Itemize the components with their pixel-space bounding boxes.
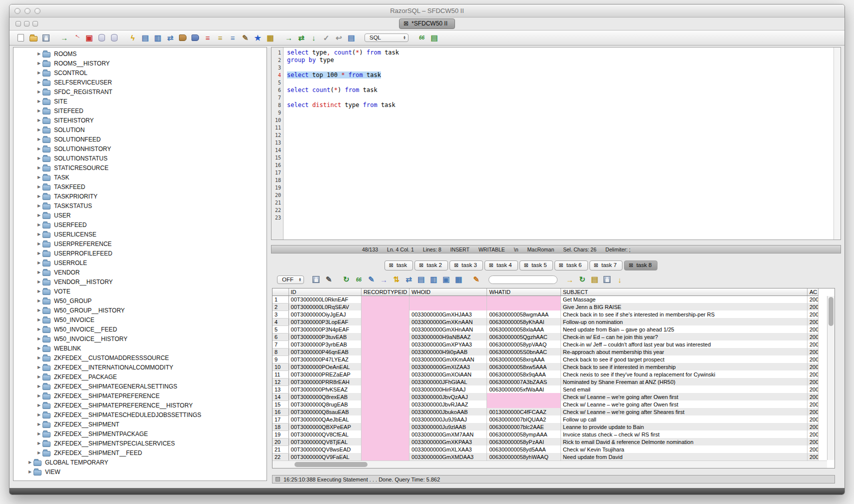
disclosure-triangle-icon[interactable]: ▶ <box>36 213 42 218</box>
table-cell[interactable]: 00T3000000OiyJgEAJ <box>288 310 361 318</box>
table-cell[interactable]: 006300000058xrqAAA <box>487 356 560 363</box>
save-icon[interactable] <box>40 32 51 43</box>
export-table-icon[interactable]: ▦ <box>265 32 276 43</box>
tree-item-taskpriority[interactable]: ▶TASKPRIORITY <box>14 192 266 201</box>
table-row[interactable]: 100T3000000L0RknEAFGet Massage200 <box>272 296 818 303</box>
format-results-icon[interactable]: ✎ <box>324 274 334 285</box>
table-cell[interactable] <box>361 318 409 326</box>
table-row[interactable]: 2200T3000000QV9FaEAL0033000000GmXMDAA300… <box>272 453 818 460</box>
table-cell[interactable]: 0033000000H9aNBAAZ <box>410 333 487 340</box>
scroll-bottom-icon[interactable]: ↓ <box>614 274 625 285</box>
table-cell[interactable] <box>361 400 409 408</box>
table-cell[interactable]: 00630000005QgzhAAC <box>487 333 560 340</box>
table-cell[interactable]: 200 <box>807 310 818 318</box>
table-cell[interactable]: Get Massage <box>560 296 807 303</box>
code-line[interactable] <box>287 176 834 184</box>
disclosure-triangle-icon[interactable]: ▶ <box>36 166 42 170</box>
table-cell[interactable] <box>410 296 487 303</box>
describe-table-icon[interactable]: ▤ <box>140 32 150 43</box>
table-cell[interactable]: 006300000058wgmAAA <box>487 310 560 318</box>
tree-item-userprofilefeed[interactable]: ▶USERPROFILEFEED <box>14 248 266 258</box>
view-glasses-icon[interactable]: 66 <box>354 274 364 285</box>
view-contents-icon[interactable] <box>190 32 200 43</box>
tree-item-userfeed[interactable]: ▶USERFEED <box>14 220 266 230</box>
table-cell[interactable]: Check-in w/ Ed – can he join this year? <box>560 333 807 340</box>
tree-item-weblink[interactable]: ▶WEBLINK <box>14 344 266 353</box>
tree-item-w50-invoice[interactable]: ▶W50_INVOICE <box>14 315 266 324</box>
tree-item-zkfedex-shipmategeneralsettings[interactable]: ▶ZKFEDEX__SHIPMATEGENERALSETTINGS <box>14 382 266 391</box>
column-header-whatid[interactable]: WHATID <box>487 288 560 296</box>
table-cell[interactable]: 00T3000000PREZaEAP <box>288 370 361 378</box>
result-tab-task-3[interactable]: ⊠task 3 <box>450 260 483 270</box>
table-cell[interactable]: Send email <box>560 386 807 393</box>
table-cell[interactable]: 00T3000000QV8wsEAD <box>288 446 361 453</box>
reload-pages-icon[interactable]: ⇄ <box>404 274 414 285</box>
table-cell[interactable]: Need update from David <box>560 453 807 460</box>
frame-close-button[interactable] <box>32 21 38 26</box>
tree-item-solutionhistory[interactable]: ▶SOLUTIONHISTORY <box>14 144 266 154</box>
disclosure-triangle-icon[interactable]: ▶ <box>36 108 42 113</box>
tree-item-solutionstatus[interactable]: ▶SOLUTIONSTATUS <box>14 154 266 163</box>
disconnect-db-icon[interactable]: → <box>70 30 84 45</box>
table-cell[interactable]: 0013000000C4fFCAAZ <box>487 408 560 416</box>
edit-cell-icon[interactable]: ✎ <box>366 274 376 285</box>
tree-item-zkfedex-shipmentpackage[interactable]: ▶ZKFEDEX__SHIPMENTPACKAGE <box>14 429 266 438</box>
table-cell[interactable]: 200 <box>807 303 818 310</box>
disclosure-triangle-icon[interactable]: ▶ <box>36 403 42 408</box>
result-tab-close-icon[interactable]: ⊠ <box>559 262 564 268</box>
table-cell[interactable]: Follow-up on nomination <box>560 318 807 326</box>
disclosure-triangle-icon[interactable]: ▶ <box>36 308 42 312</box>
tree-item-scontrol[interactable]: ▶SCONTROL <box>14 68 266 78</box>
table-cell[interactable]: Need update from Bain – gave go ahead 1/… <box>560 326 807 333</box>
table-cell[interactable]: Check w/ Leanne – we're going after Owen… <box>560 393 807 400</box>
tree-item-user[interactable]: ▶USER <box>14 210 266 220</box>
table-cell[interactable]: 200 <box>807 438 818 446</box>
table-row[interactable]: 600T3000000P3tuvEAB0033000000H9aNBAAZ006… <box>272 333 818 340</box>
view-glasses-icon[interactable]: 66 <box>416 32 427 43</box>
find-next-icon[interactable]: → <box>564 274 575 285</box>
table-cell[interactable] <box>361 416 409 423</box>
table-cell[interactable] <box>361 303 409 310</box>
table-cell[interactable]: 0033000000GmXPYAA3 <box>410 340 487 348</box>
grid-horizontal-scrollbar[interactable] <box>272 460 827 468</box>
table-cell[interactable]: 00630000007bIQUAA2 <box>487 416 560 423</box>
table-cell[interactable]: 00T3000000Q8rugEAB <box>288 400 361 408</box>
table-row[interactable]: 1700T3000000QAeJbEAL0033000000Ju9J9AAJ00… <box>272 416 818 423</box>
table-cell[interactable]: Leanne to provide update to Bain <box>560 423 807 430</box>
table-cell[interactable]: 00T3000000QV8CfEAL <box>288 430 361 438</box>
table-cell[interactable] <box>361 348 409 356</box>
result-tab-task-7[interactable]: ⊠task 7 <box>590 260 623 270</box>
tree-item-global-temporary[interactable]: ▶GLOBAL TEMPORARY <box>14 458 266 467</box>
table-cell[interactable]: 200 <box>807 378 818 386</box>
table-cell[interactable]: 200 <box>807 370 818 378</box>
tree-item-zkfedex-customaddresssource[interactable]: ▶ZKFEDEX__CUSTOMADDRESSSOURCE <box>14 353 266 362</box>
refresh-results-icon[interactable]: ↻ <box>341 274 352 285</box>
tree-item-userpreference[interactable]: ▶USERPREFERENCE <box>14 239 266 248</box>
code-line[interactable] <box>287 146 834 154</box>
table-row[interactable]: 400T3000000P3LopEAF0033000000GmXKnAAN006… <box>272 318 818 326</box>
disclosure-triangle-icon[interactable]: ▶ <box>36 204 42 208</box>
code-line[interactable] <box>287 154 834 162</box>
disclosure-triangle-icon[interactable]: ▶ <box>36 175 42 180</box>
code-line[interactable]: group by type <box>287 56 834 64</box>
table-cell[interactable]: Check nexis to see if they've found a re… <box>560 370 807 378</box>
frame-minimize-button[interactable] <box>16 21 21 26</box>
column-header-id[interactable]: ID <box>288 288 361 296</box>
edit-sql-icon[interactable]: ≡ <box>228 32 238 43</box>
table-cell[interactable]: Invoice status check – check w/ RS first <box>560 430 807 438</box>
import-data-icon[interactable]: ⇄ <box>165 32 176 43</box>
execute-sql-icon[interactable]: → <box>284 32 294 43</box>
table-cell[interactable]: 0033000000JbvQzAAJ <box>410 393 487 400</box>
transfer-data-icon[interactable]: ▦ <box>454 274 464 285</box>
table-cell[interactable]: 006300000058ypVAAQ <box>487 340 560 348</box>
view-log-icon[interactable]: ▤ <box>346 32 356 43</box>
code-line[interactable] <box>287 79 834 86</box>
table-cell[interactable] <box>361 393 409 400</box>
disclosure-triangle-icon[interactable]: ▶ <box>36 412 42 417</box>
table-row[interactable]: 900T3000000P47LYEAZ0033000000GmXKmAAN006… <box>272 356 818 363</box>
table-row[interactable]: 1600T3000000Q8sauEAB0033000000JbukoAAB00… <box>272 408 818 416</box>
table-cell[interactable]: Check back in to see if she's interested… <box>560 310 807 318</box>
column-header-subject[interactable]: SUBJECT <box>560 288 807 296</box>
result-tab-task-8[interactable]: ⊠task 8 <box>624 260 658 270</box>
table-row[interactable]: 1300T3000000PfvKSEAZ0033000000HirF8AAJ00… <box>272 386 818 393</box>
